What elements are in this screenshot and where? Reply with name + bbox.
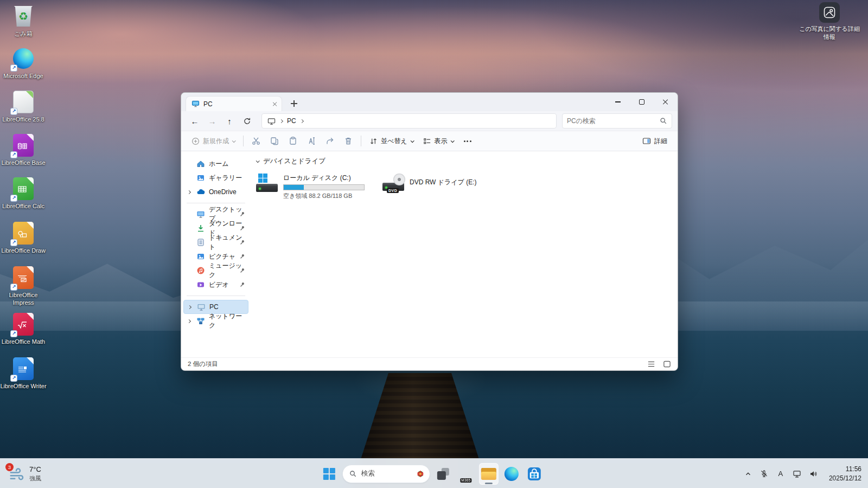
task-view-button[interactable]	[433, 463, 453, 485]
taskbar-search[interactable]: 検索	[342, 465, 430, 483]
desktop-icon-libreoffice[interactable]: ↗ LibreOffice 25.8	[0, 90, 47, 124]
explorer-window: PC ← → ↑ PC	[181, 92, 678, 371]
address-bar[interactable]: PC	[261, 113, 557, 129]
desktop: ♻ ごみ箱 ↗ Microsoft Edge ↗ LibreOffice 25.…	[0, 0, 868, 488]
sidebar-item-documents[interactable]: ドキュメント	[183, 235, 248, 249]
weather-widget[interactable]: 3 7°C 強風	[3, 459, 47, 488]
ime-mode-label: A	[778, 470, 783, 478]
breadcrumb-pc[interactable]: PC	[287, 117, 296, 125]
more-button[interactable]	[458, 133, 477, 149]
sidebar-item-gallery[interactable]: ギャラリー	[183, 171, 248, 185]
section-devices-and-drives[interactable]: デバイスとドライブ	[256, 157, 678, 166]
desktop-icon-impress[interactable]: ↗ LibreOffice Impress	[0, 266, 47, 307]
large-icons-view-button[interactable]	[663, 360, 671, 368]
pin-icon	[239, 253, 245, 260]
desktop-icon-label: LibreOffice Draw	[1, 247, 46, 255]
notification-badge: 3	[5, 463, 14, 471]
chevron-down-icon	[232, 139, 236, 143]
sidebar-item-label: OneDrive	[209, 188, 237, 196]
breadcrumb-chevron-icon[interactable]	[300, 119, 304, 123]
sort-button[interactable]: 並べ替え	[365, 133, 418, 149]
file-explorer-button[interactable]	[479, 463, 499, 485]
copy-button[interactable]	[265, 133, 284, 149]
m365-copilot-button[interactable]: M365	[456, 463, 476, 485]
close-button[interactable]	[654, 93, 678, 111]
desktop-icon-calc[interactable]: ↗ LibreOffice Calc	[0, 177, 47, 210]
edge-button[interactable]	[502, 463, 521, 485]
new-label: 新規作成	[203, 137, 229, 146]
network-button[interactable]	[790, 466, 804, 482]
volume-button[interactable]	[806, 466, 820, 482]
minimize-button[interactable]	[606, 93, 630, 111]
sidebar-item-videos[interactable]: ビデオ	[183, 278, 248, 292]
desktop-icon-recycle-bin[interactable]: ♻ ごみ箱	[0, 4, 47, 38]
shortcut-arrow-icon: ↗	[10, 375, 17, 382]
sidebar-item-home[interactable]: ホーム	[183, 157, 248, 171]
recycle-bin-icon: ♻	[14, 6, 33, 27]
forward-button[interactable]: →	[204, 113, 220, 129]
expand-chevron-icon[interactable]	[187, 319, 191, 323]
tab-pc[interactable]: PC	[186, 96, 282, 111]
item-count: 2 個の項目	[188, 360, 218, 368]
spotlight-info[interactable]: この写真に関する詳細情報	[797, 2, 861, 41]
sidebar-item-label: ネットワーク	[209, 312, 246, 330]
tray-chevron-button[interactable]	[741, 466, 755, 482]
title-bar[interactable]: PC	[181, 93, 678, 111]
maximize-button[interactable]	[630, 93, 654, 111]
desktop-icon-math[interactable]: ↗ LibreOffice Math	[0, 312, 47, 346]
taskbar: 3 7°C 強風 検索 M365	[0, 458, 868, 488]
sidebar-item-onedrive[interactable]: OneDrive	[183, 185, 248, 199]
rename-button[interactable]	[302, 133, 321, 149]
view-button[interactable]: 表示	[418, 133, 458, 149]
tab-title: PC	[203, 100, 268, 108]
new-button[interactable]: 新規作成	[187, 133, 240, 149]
desktop-icon-writer[interactable]: ↗ LibreOffice Writer	[0, 357, 47, 390]
desktop-icon-label: LibreOffice Base	[1, 159, 45, 167]
delete-button[interactable]	[339, 133, 358, 149]
desktop-icon-base[interactable]: ↗ LibreOffice Base	[0, 133, 47, 167]
cut-button[interactable]	[247, 133, 265, 149]
desktop-icon-edge[interactable]: ↗ Microsoft Edge	[0, 47, 47, 80]
sidebar-item-network[interactable]: ネットワーク	[183, 314, 248, 328]
pc-icon	[197, 303, 206, 311]
refresh-button[interactable]	[239, 113, 255, 129]
toolbar-separator	[243, 136, 244, 146]
gallery-icon	[196, 174, 205, 182]
clock[interactable]: 11:56 2025/12/12	[826, 465, 865, 482]
collapse-chevron-icon[interactable]	[256, 159, 260, 163]
store-button[interactable]	[525, 463, 544, 485]
list-view-button[interactable]	[647, 360, 655, 368]
ellipsis-icon	[464, 140, 471, 142]
paste-button[interactable]	[284, 133, 302, 149]
drive-c-item[interactable]: ローカル ディスク (C:) 空き領域 88.2 GB/118 GB	[256, 174, 373, 200]
pictures-icon	[196, 252, 205, 261]
disk-usage-bar-fill	[284, 185, 304, 190]
up-button[interactable]: ↑	[221, 113, 238, 129]
breadcrumb-chevron-icon[interactable]	[279, 119, 283, 123]
search-icon	[660, 117, 667, 125]
maximize-icon	[639, 99, 644, 105]
sidebar-item-music[interactable]: ミュージック	[183, 264, 248, 278]
spotlight-label: この写真に関する詳細情報	[797, 25, 861, 41]
ime-mode-indicator[interactable]: A	[774, 466, 788, 482]
drive-dvd-item[interactable]: DVD DVD RW ドライブ (E:)	[382, 174, 477, 200]
new-tab-button[interactable]	[288, 97, 301, 110]
desktop-icon-label: LibreOffice 25.8	[2, 116, 44, 124]
expand-chevron-icon[interactable]	[187, 190, 191, 194]
start-button[interactable]	[320, 463, 339, 485]
chevron-down-icon	[410, 139, 414, 143]
back-button[interactable]: ←	[187, 113, 203, 129]
search-input[interactable]	[567, 117, 656, 125]
desktop-icon	[196, 210, 205, 219]
search-box[interactable]	[562, 113, 672, 129]
tab-close-icon[interactable]	[272, 101, 278, 107]
task-view-icon	[437, 467, 450, 480]
this-pc-icon	[267, 117, 276, 125]
share-button[interactable]	[321, 133, 339, 149]
details-pane-button[interactable]: 詳細	[637, 133, 672, 149]
desktop-icon-draw[interactable]: ↗ LibreOffice Draw	[0, 221, 47, 255]
sidebar-item-label: ギャラリー	[209, 174, 242, 183]
mic-muted-button[interactable]	[757, 466, 771, 482]
expand-chevron-icon[interactable]	[188, 305, 192, 309]
pin-icon	[239, 211, 245, 217]
